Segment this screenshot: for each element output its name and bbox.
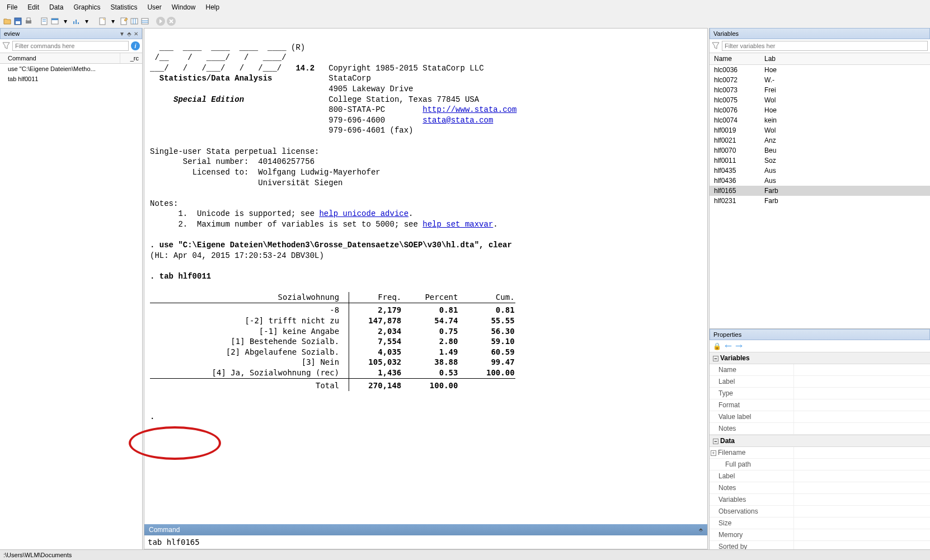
close-icon[interactable]: ✕	[134, 31, 138, 37]
menu-file[interactable]: File	[2, 1, 22, 13]
variable-row[interactable]: hlf0435Aus	[710, 166, 930, 176]
variables-header: Variables	[710, 28, 930, 39]
data-editor-icon[interactable]	[129, 16, 139, 26]
break-icon[interactable]	[166, 16, 176, 26]
col-name[interactable]: Name	[710, 53, 760, 64]
menu-graphics[interactable]: Graphics	[69, 1, 105, 13]
props-item[interactable]: Full path	[710, 459, 930, 470]
review-row[interactable]: tab hlf0011	[0, 74, 142, 84]
results-window[interactable]: ___ ____ ____ ____ ____ (R) /__ / ____/ …	[144, 29, 707, 524]
svg-rect-8	[51, 18, 58, 20]
dropdown-icon[interactable]: ▾	[60, 16, 71, 26]
svg-rect-12	[100, 18, 105, 25]
props-item[interactable]: Label	[710, 470, 930, 482]
dofile-edit-icon[interactable]	[119, 16, 129, 26]
props-item[interactable]: Memory	[710, 529, 930, 541]
menu-edit[interactable]: Edit	[23, 1, 44, 13]
funnel-icon[interactable]	[712, 42, 720, 50]
svg-rect-14	[131, 18, 138, 24]
props-item[interactable]: Value label	[710, 411, 930, 423]
variable-row[interactable]: hlc0076Hoe	[710, 105, 930, 115]
props-item[interactable]: +Filename	[710, 447, 930, 459]
col-command[interactable]: Command	[0, 53, 120, 63]
print-icon[interactable]	[24, 16, 34, 26]
variable-row[interactable]: hlf0021Anz	[710, 135, 930, 145]
props-item[interactable]: Notes	[710, 482, 930, 494]
menu-statistics[interactable]: Statistics	[106, 1, 142, 13]
svg-rect-9	[73, 21, 74, 24]
menu-help[interactable]: Help	[201, 1, 224, 13]
props-item[interactable]: Variables	[710, 494, 930, 506]
prev-icon[interactable]: 🡐	[725, 342, 732, 350]
props-item[interactable]: Size	[710, 517, 930, 529]
variable-row[interactable]: hlc0075Wol	[710, 95, 930, 105]
menu-window[interactable]: Window	[167, 1, 200, 13]
review-filter-input[interactable]	[12, 41, 129, 51]
svg-rect-3	[27, 18, 30, 21]
command-header: Command ⬘	[144, 524, 707, 535]
main-area: eview ▼ ⬘ ✕ i Command _rc use "C:\Eigene…	[0, 28, 930, 549]
svg-rect-17	[142, 18, 148, 24]
review-list: use "C:\Eigene Dateien\Metho...tab hlf00…	[0, 64, 142, 84]
statusbar-path: :\Users\WLM\Documents	[3, 552, 72, 558]
toolbar: ▾ ▾ ▾	[0, 15, 930, 28]
open-icon[interactable]	[2, 16, 12, 26]
pin-icon[interactable]: ⬘	[127, 31, 131, 37]
col-rc[interactable]: _rc	[120, 53, 142, 63]
props-group-variables[interactable]: −Variables	[710, 352, 930, 364]
props-item[interactable]: Name	[710, 364, 930, 376]
props-item[interactable]: Format	[710, 399, 930, 411]
dropdown-icon[interactable]: ▾	[82, 16, 92, 26]
variable-row[interactable]: hlc0072W.-	[710, 75, 930, 85]
variable-row[interactable]: hlf0231Farb	[710, 196, 930, 206]
review-pane: eview ▼ ⬘ ✕ i Command _rc use "C:\Eigene…	[0, 28, 143, 549]
variable-row[interactable]: hlf0436Aus	[710, 176, 930, 186]
dropdown-icon[interactable]: ▾	[108, 16, 118, 26]
data-browser-icon[interactable]	[140, 16, 150, 26]
col-label[interactable]: Lab	[760, 53, 930, 64]
variable-row[interactable]: hlf0165Farb	[710, 186, 930, 196]
lock-icon[interactable]: 🔒	[713, 342, 721, 350]
menubar: FileEditDataGraphicsStatisticsUserWindow…	[0, 0, 930, 15]
variables-title: Variables	[713, 30, 739, 37]
props-item[interactable]: Label	[710, 376, 930, 388]
log-icon[interactable]	[39, 16, 49, 26]
props-item[interactable]: Observations	[710, 506, 930, 517]
continue-icon[interactable]	[156, 16, 166, 26]
props-item[interactable]: Type	[710, 388, 930, 399]
variables-filter	[710, 39, 930, 53]
variable-row[interactable]: hlf0011Soz	[710, 156, 930, 166]
variable-row[interactable]: hlf0070Beu	[710, 145, 930, 156]
properties-body: −VariablesNameLabelTypeFormatValue label…	[710, 352, 930, 549]
filter-toggle-icon[interactable]: ▼	[119, 31, 125, 37]
props-group-data[interactable]: −Data	[710, 435, 930, 447]
graph-icon[interactable]	[71, 16, 81, 26]
properties-title: Properties	[713, 331, 741, 338]
save-icon[interactable]	[13, 16, 23, 26]
variables-list: hlc0036Hoehlc0072W.-hlc0073Freihlc0075Wo…	[710, 65, 930, 328]
menu-user[interactable]: User	[143, 1, 166, 13]
viewer-icon[interactable]	[50, 16, 60, 26]
props-item[interactable]: Notes	[710, 423, 930, 435]
menu-data[interactable]: Data	[45, 1, 68, 13]
tabulation-table: Sozialwohnung Freq. Percent Cum. -8 2,17…	[150, 292, 515, 390]
center-pane: ___ ____ ____ ____ ____ (R) /__ / ____/ …	[144, 28, 708, 549]
funnel-icon[interactable]	[2, 42, 10, 50]
variable-row[interactable]: hlc0074kein	[710, 115, 930, 125]
variable-row[interactable]: hlc0036Hoe	[710, 65, 930, 75]
variables-columns: Name Lab	[710, 53, 930, 65]
command-input[interactable]	[144, 535, 707, 549]
info-icon[interactable]: i	[131, 41, 140, 50]
variable-row[interactable]: hlc0073Frei	[710, 85, 930, 95]
svg-rect-1	[16, 21, 20, 24]
command-title: Command	[149, 526, 180, 534]
variables-filter-input[interactable]	[722, 41, 928, 51]
props-item[interactable]: Sorted by	[710, 541, 930, 549]
svg-rect-11	[78, 22, 79, 24]
review-row[interactable]: use "C:\Eigene Dateien\Metho...	[0, 64, 142, 74]
review-filter: i	[0, 39, 142, 53]
dofile-new-icon[interactable]	[97, 16, 107, 26]
next-icon[interactable]: 🡒	[735, 342, 743, 350]
variable-row[interactable]: hlf0019Wol	[710, 125, 930, 135]
pin-icon[interactable]: ⬘	[699, 527, 703, 533]
